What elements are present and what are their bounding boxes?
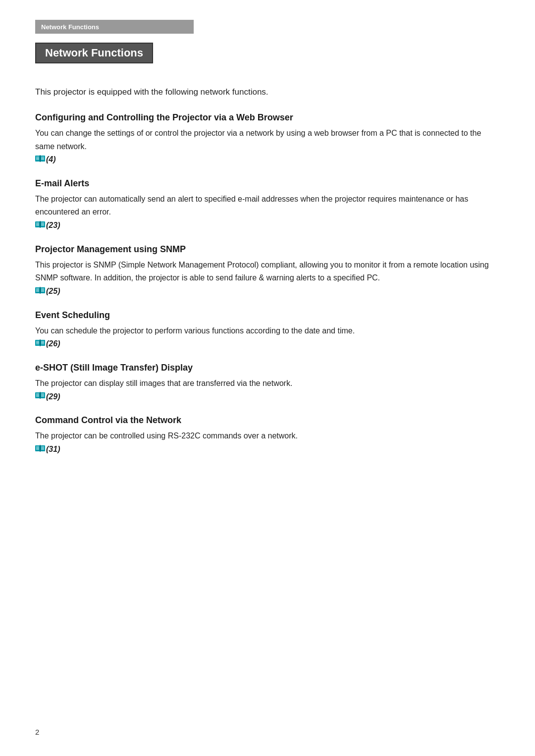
page-container: Network Functions Network Functions This… (0, 0, 535, 508)
section-body-snmp: This projector is SNMP (Simple Network M… (35, 259, 500, 285)
svg-rect-37 (40, 392, 41, 399)
section-heading-email-alerts: E-mail Alerts (35, 178, 500, 189)
page-number: 2 (35, 728, 39, 736)
book-icon (35, 221, 45, 230)
svg-rect-10 (40, 221, 41, 228)
svg-rect-1 (40, 155, 41, 162)
breadcrumb-label: Network Functions (41, 23, 99, 31)
section-ref-eshot: (29) (35, 392, 500, 401)
section-ref-command-control: (31) (35, 445, 500, 454)
section-body-email-alerts: The projector can automatically send an … (35, 193, 500, 219)
section-body-event-scheduling: You can schedule the projector to perfor… (35, 324, 500, 337)
section-ref-web-browser: (4) (35, 155, 500, 164)
section-command-control: Command Control via the NetworkThe proje… (35, 415, 500, 454)
section-web-browser: Configuring and Controlling the Projecto… (35, 112, 500, 164)
book-icon (35, 339, 45, 349)
section-body-web-browser: You can change the settings of or contro… (35, 127, 500, 153)
section-heading-web-browser: Configuring and Controlling the Projecto… (35, 112, 500, 123)
section-page-num-web-browser: (4) (46, 155, 56, 164)
section-body-command-control: The projector can be controlled using RS… (35, 430, 500, 442)
section-eshot: e-SHOT (Still Image Transfer) DisplayThe… (35, 363, 500, 401)
svg-rect-28 (40, 339, 41, 346)
section-ref-snmp: (25) (35, 287, 500, 296)
section-page-num-email-alerts: (23) (46, 221, 60, 230)
section-heading-eshot: e-SHOT (Still Image Transfer) Display (35, 363, 500, 373)
section-page-num-snmp: (25) (46, 287, 60, 296)
sections-container: Configuring and Controlling the Projecto… (35, 112, 500, 454)
section-title-box: Network Functions (35, 43, 153, 63)
section-ref-event-scheduling: (26) (35, 339, 500, 349)
page-footer: 2 (35, 728, 39, 736)
section-page-num-command-control: (31) (46, 445, 60, 454)
svg-rect-46 (40, 445, 41, 452)
section-event-scheduling: Event SchedulingYou can schedule the pro… (35, 310, 500, 349)
section-heading-snmp: Projector Management using SNMP (35, 244, 500, 255)
book-icon (35, 445, 45, 454)
section-ref-email-alerts: (23) (35, 221, 500, 230)
section-email-alerts: E-mail AlertsThe projector can automatic… (35, 178, 500, 230)
section-page-num-event-scheduling: (26) (46, 339, 60, 348)
section-heading-command-control: Command Control via the Network (35, 415, 500, 426)
book-icon (35, 287, 45, 296)
intro-text: This projector is equipped with the foll… (35, 85, 500, 99)
book-icon (35, 155, 45, 164)
section-snmp: Projector Management using SNMPThis proj… (35, 244, 500, 296)
section-page-num-eshot: (29) (46, 392, 60, 401)
section-title: Network Functions (45, 47, 143, 59)
breadcrumb-bar: Network Functions (35, 20, 194, 34)
book-icon (35, 392, 45, 401)
svg-rect-19 (40, 287, 41, 294)
section-heading-event-scheduling: Event Scheduling (35, 310, 500, 321)
section-body-eshot: The projector can display still images t… (35, 377, 500, 390)
